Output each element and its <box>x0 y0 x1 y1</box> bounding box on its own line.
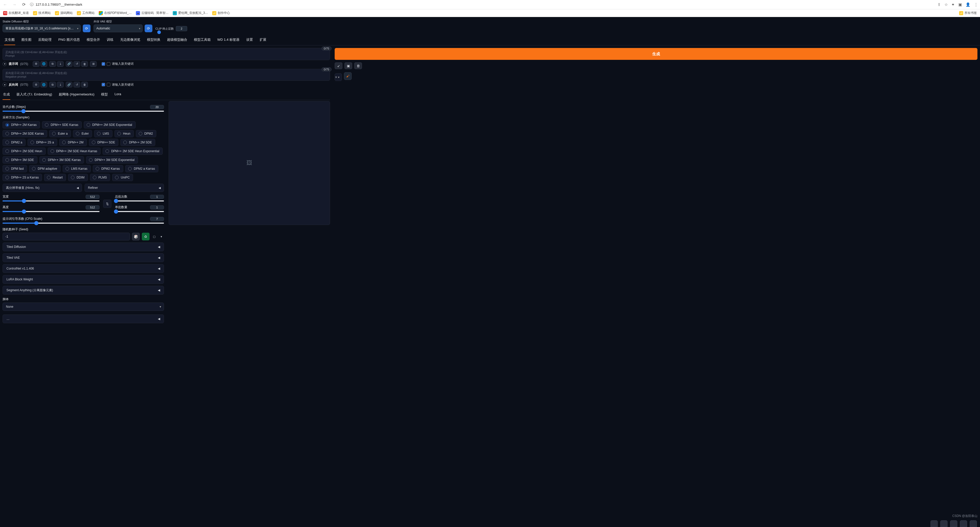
share-icon[interactable]: ⇪ <box>937 2 941 7</box>
dock-item[interactable] <box>931 520 938 527</box>
width-value[interactable]: 512 <box>86 195 100 199</box>
nav-back[interactable]: ← <box>2 2 8 8</box>
dock-item[interactable] <box>970 520 977 527</box>
subtab-embedding[interactable]: 嵌入式 (T.I. Embedding) <box>16 90 52 100</box>
sampler-option[interactable]: DPM++ 2M SDE <box>120 139 155 146</box>
seed-reuse-button[interactable]: ♻ <box>142 232 150 240</box>
height-value[interactable]: 512 <box>86 205 100 209</box>
subtab-hypernet[interactable]: 超网络 (Hypernetworks) <box>58 90 95 100</box>
sampler-option[interactable]: Euler a <box>49 130 71 137</box>
sampler-option[interactable]: DPM++ 2M SDE Exponential <box>84 121 135 129</box>
tab-txt2img[interactable]: 文生图 <box>4 35 15 45</box>
seed-extra-caret[interactable]: ▾ <box>159 235 164 238</box>
cfg-value[interactable]: 7 <box>150 217 164 221</box>
clip-value[interactable]: 2 <box>176 26 187 31</box>
prompt-textarea[interactable]: 正向提示词 (按 Ctrl+Enter 或 Alt+Enter 开始生成) Pr… <box>3 48 330 60</box>
accordion-more[interactable]: …◀ <box>3 314 164 323</box>
dock-item[interactable] <box>960 520 967 527</box>
bookmark-item[interactable]: 📁工作网站 <box>77 11 95 15</box>
sampler-option[interactable]: DPM++ 2M SDE Heun Exponential <box>103 148 163 155</box>
height-slider[interactable] <box>3 211 100 212</box>
sampler-option[interactable]: DPM2 a <box>3 139 25 146</box>
kebab-icon[interactable]: ⋮ <box>974 2 978 7</box>
profile-icon[interactable]: 👤 <box>966 2 970 7</box>
delete-style-button[interactable]: 🗑 <box>354 62 362 69</box>
window-icon[interactable]: ▣ <box>958 2 962 7</box>
bookmark-item[interactable]: ☁云猫转码 · 简单智… <box>136 11 169 15</box>
sampler-option[interactable]: UniPC <box>112 174 133 181</box>
tab-extensions[interactable]: 扩展 <box>259 35 267 45</box>
tab-model-toolkit[interactable]: 模型工具箱 <box>193 35 211 45</box>
neg-keyword-input-toggle[interactable]: ✓ 请输入新关键词 <box>102 83 134 87</box>
tab-extras[interactable]: 后期处理 <box>38 35 52 45</box>
accordion-lora-block[interactable]: LoRA Block Weight◀ <box>3 275 164 284</box>
gear-icon[interactable]: ⚙ <box>33 82 40 88</box>
bookmark-item[interactable]: 📁技术网站 <box>33 11 51 15</box>
tab-train[interactable]: 训练 <box>106 35 114 45</box>
sampler-option[interactable]: LMS Karras <box>63 165 91 172</box>
globe-icon[interactable]: 🌐 <box>40 82 47 88</box>
sampler-option[interactable]: DPM++ 3M SDE Exponential <box>86 156 138 164</box>
sampler-option[interactable]: DPM2 a Karras <box>125 165 158 172</box>
steps-slider[interactable] <box>3 111 164 112</box>
sampler-option[interactable]: DPM++ SDE <box>89 139 119 146</box>
tab-pnginfo[interactable]: PNG 图片信息 <box>58 35 80 45</box>
star-icon[interactable]: ☆ <box>944 2 948 7</box>
sampler-option[interactable]: DPM++ 2M SDE Heun <box>3 148 46 155</box>
batch-size-slider[interactable] <box>115 211 164 212</box>
sampler-option[interactable]: Euler <box>73 130 92 137</box>
link-icon[interactable]: 🔗 <box>66 82 72 88</box>
tab-model-convert[interactable]: 模型转换 <box>146 35 161 45</box>
sampler-option[interactable]: DDIM <box>68 174 88 181</box>
seed-extra-checkbox[interactable]: ▢ <box>151 235 157 238</box>
sampler-option[interactable]: DPM2 <box>136 130 156 137</box>
subtab-model[interactable]: 模型 <box>100 90 108 100</box>
apply-style-button[interactable]: 🖌 <box>344 72 352 80</box>
bookmark-item[interactable]: 📁源码网站 <box>55 11 73 15</box>
download-icon[interactable]: ⤓ <box>57 82 64 88</box>
undo-icon[interactable]: ↺ <box>73 82 80 88</box>
sampler-option[interactable]: LMS <box>94 130 112 137</box>
neg-prompt-textarea[interactable]: 反向提示词 (按 Ctrl+Enter 或 Alt+Enter 开始生成) Ne… <box>3 69 330 81</box>
generate-button[interactable]: 生成 <box>335 48 977 60</box>
sampler-option[interactable]: DPM++ 2M Karras <box>3 121 40 129</box>
seed-input[interactable] <box>3 232 130 240</box>
keyword-input-toggle[interactable]: ✓ 请输入新关键词 <box>102 62 134 66</box>
undo-icon[interactable]: ↺ <box>73 61 80 67</box>
puzzle-icon[interactable]: ✦ <box>951 2 955 7</box>
tab-img2img[interactable]: 图生图 <box>21 35 32 45</box>
steps-value[interactable]: 20 <box>150 105 164 109</box>
sd-refresh-button[interactable]: ⟳ <box>83 24 91 32</box>
sampler-option[interactable]: DPM++ 2M SDE Heun Karras <box>48 148 100 155</box>
batch-count-slider[interactable] <box>115 201 164 201</box>
script-select[interactable]: None▾ <box>3 303 164 311</box>
styles-select[interactable]: ✕ ▾ <box>335 73 342 81</box>
link-icon[interactable]: 🔗 <box>66 61 72 67</box>
download-icon[interactable]: ⤓ <box>57 61 64 67</box>
sd-model-select[interactable]: 菁菜自用底模v2版本 10_18_v1.0.safetensors [x…▾ <box>3 24 81 32</box>
sampler-option[interactable]: DPM++ SDE Karras <box>42 121 81 129</box>
subtab-generate[interactable]: 生成 <box>3 90 10 100</box>
globe-icon[interactable]: 🌐 <box>40 61 47 67</box>
grid-icon[interactable]: ⊞ <box>90 61 97 67</box>
dock-item[interactable] <box>950 520 957 527</box>
nav-forward[interactable]: → <box>11 2 18 8</box>
all-bookmarks[interactable]: 📁所有书签 <box>959 11 977 15</box>
trash-icon[interactable]: 🗑 <box>81 82 88 88</box>
width-slider[interactable] <box>3 201 100 201</box>
refiner-panel[interactable]: Refiner◀ <box>84 184 164 192</box>
expand-icon[interactable]: ▾ <box>3 62 7 66</box>
sampler-option[interactable]: DPM++ 2M <box>59 139 87 146</box>
hires-fix-panel[interactable]: 高分辨率修复 (Hires. fix)◀ <box>3 184 82 192</box>
bookmark-item[interactable]: Y0在线翻译_有道 <box>3 11 29 15</box>
cfg-slider[interactable] <box>3 223 164 224</box>
paste-prompt-button[interactable]: ↙ <box>335 62 342 69</box>
swap-wh-button[interactable]: ⇅ <box>103 200 111 208</box>
expand-icon[interactable]: ▾ <box>3 83 7 87</box>
accordion-tiled-diffusion[interactable]: Tiled Diffusion◀ <box>3 242 164 251</box>
batch-count-value[interactable]: 1 <box>150 195 164 199</box>
tab-wd-tagger[interactable]: WD 1.4 标签器 <box>217 35 240 45</box>
sampler-option[interactable]: Restart <box>44 174 66 181</box>
bookmark-item[interactable]: ⟳爱给网_音效配乐_3… <box>173 11 208 15</box>
copy-icon[interactable]: ⧉ <box>49 82 56 88</box>
